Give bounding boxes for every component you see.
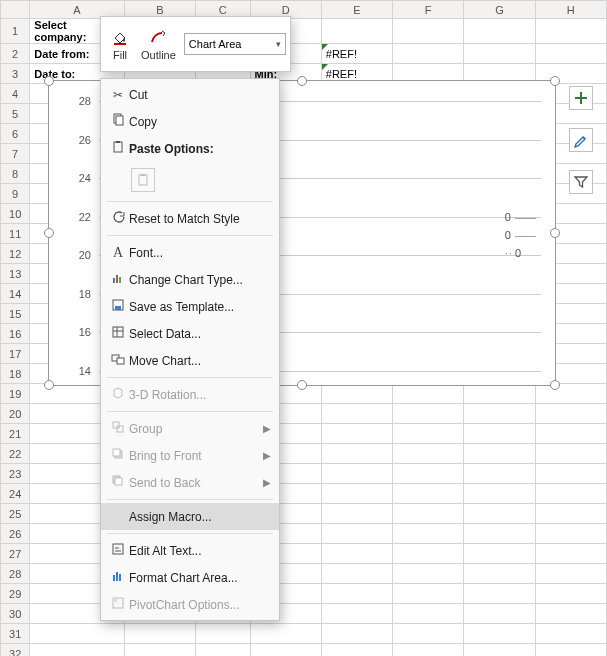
- row-header[interactable]: 13: [1, 264, 30, 284]
- row-header[interactable]: 4: [1, 84, 30, 104]
- cell[interactable]: [393, 604, 464, 624]
- cell[interactable]: [321, 484, 392, 504]
- row-header[interactable]: 19: [1, 384, 30, 404]
- cell[interactable]: [535, 444, 606, 464]
- menu-move-chart[interactable]: Move Chart...: [101, 347, 279, 374]
- chart-filter-button[interactable]: [569, 170, 593, 194]
- cell[interactable]: [321, 19, 392, 44]
- row-header[interactable]: 7: [1, 144, 30, 164]
- resize-handle[interactable]: [297, 76, 307, 86]
- row-header[interactable]: 27: [1, 544, 30, 564]
- row-header[interactable]: 23: [1, 464, 30, 484]
- cell[interactable]: [393, 644, 464, 657]
- menu-font[interactable]: A Font...: [101, 239, 279, 266]
- cell[interactable]: [535, 384, 606, 404]
- cell[interactable]: [393, 424, 464, 444]
- cell[interactable]: [535, 424, 606, 444]
- menu-copy[interactable]: Copy: [101, 108, 279, 135]
- cell[interactable]: [464, 404, 535, 424]
- cell[interactable]: [250, 624, 321, 644]
- row-header[interactable]: 10: [1, 204, 30, 224]
- menu-format-chart-area[interactable]: Format Chart Area...: [101, 564, 279, 591]
- fill-button[interactable]: Fill: [105, 19, 135, 69]
- cell[interactable]: [321, 644, 392, 657]
- resize-handle[interactable]: [550, 228, 560, 238]
- resize-handle[interactable]: [44, 380, 54, 390]
- col-header[interactable]: H: [535, 1, 606, 19]
- cell[interactable]: [535, 44, 606, 64]
- row-header[interactable]: 15: [1, 304, 30, 324]
- cell[interactable]: [464, 544, 535, 564]
- cell[interactable]: [321, 624, 392, 644]
- cell[interactable]: [393, 404, 464, 424]
- cell[interactable]: [535, 524, 606, 544]
- cell[interactable]: [250, 644, 321, 657]
- cell[interactable]: [393, 584, 464, 604]
- cell[interactable]: [321, 524, 392, 544]
- row-header[interactable]: 32: [1, 644, 30, 657]
- row-header[interactable]: 16: [1, 324, 30, 344]
- cell[interactable]: [464, 584, 535, 604]
- cell[interactable]: [393, 544, 464, 564]
- cell[interactable]: [464, 504, 535, 524]
- row-header[interactable]: 8: [1, 164, 30, 184]
- cell[interactable]: [124, 644, 195, 657]
- cell[interactable]: [195, 644, 250, 657]
- col-header[interactable]: E: [321, 1, 392, 19]
- select-all-corner[interactable]: [1, 1, 30, 19]
- cell[interactable]: [393, 504, 464, 524]
- resize-handle[interactable]: [44, 76, 54, 86]
- cell[interactable]: [535, 484, 606, 504]
- row-header[interactable]: 2: [1, 44, 30, 64]
- cell[interactable]: [464, 424, 535, 444]
- col-header[interactable]: G: [464, 1, 535, 19]
- cell[interactable]: [321, 504, 392, 524]
- cell[interactable]: [535, 504, 606, 524]
- row-header[interactable]: 18: [1, 364, 30, 384]
- row-header[interactable]: 28: [1, 564, 30, 584]
- cell[interactable]: [535, 564, 606, 584]
- cell[interactable]: [464, 604, 535, 624]
- cell[interactable]: [535, 604, 606, 624]
- resize-handle[interactable]: [44, 228, 54, 238]
- cell[interactable]: [464, 44, 535, 64]
- row-header[interactable]: 3: [1, 64, 30, 84]
- row-header[interactable]: 17: [1, 344, 30, 364]
- cell[interactable]: [195, 624, 250, 644]
- row-header[interactable]: 12: [1, 244, 30, 264]
- row-header[interactable]: 11: [1, 224, 30, 244]
- cell[interactable]: [321, 384, 392, 404]
- cell[interactable]: [535, 404, 606, 424]
- row-header[interactable]: 22: [1, 444, 30, 464]
- cell[interactable]: [464, 19, 535, 44]
- cell[interactable]: [124, 624, 195, 644]
- cell[interactable]: [393, 19, 464, 44]
- cell[interactable]: [30, 624, 124, 644]
- cell[interactable]: [535, 624, 606, 644]
- row-header[interactable]: 26: [1, 524, 30, 544]
- cell[interactable]: [535, 464, 606, 484]
- row-header[interactable]: 21: [1, 424, 30, 444]
- resize-handle[interactable]: [550, 380, 560, 390]
- cell[interactable]: [321, 544, 392, 564]
- cell[interactable]: [535, 644, 606, 657]
- chart-styles-button[interactable]: [569, 128, 593, 152]
- cell[interactable]: [464, 624, 535, 644]
- menu-save-template[interactable]: Save as Template...: [101, 293, 279, 320]
- cell[interactable]: [393, 484, 464, 504]
- cell[interactable]: #REF!: [321, 44, 392, 64]
- menu-reset-style[interactable]: Reset to Match Style: [101, 205, 279, 232]
- row-header[interactable]: 1: [1, 19, 30, 44]
- cell[interactable]: [321, 584, 392, 604]
- row-header[interactable]: 20: [1, 404, 30, 424]
- row-header[interactable]: 30: [1, 604, 30, 624]
- row-header[interactable]: 29: [1, 584, 30, 604]
- resize-handle[interactable]: [297, 380, 307, 390]
- cell[interactable]: [321, 564, 392, 584]
- row-header[interactable]: 14: [1, 284, 30, 304]
- menu-change-chart-type[interactable]: Change Chart Type...: [101, 266, 279, 293]
- resize-handle[interactable]: [550, 76, 560, 86]
- outline-button[interactable]: Outline: [135, 19, 182, 69]
- row-header[interactable]: 31: [1, 624, 30, 644]
- cell[interactable]: [393, 44, 464, 64]
